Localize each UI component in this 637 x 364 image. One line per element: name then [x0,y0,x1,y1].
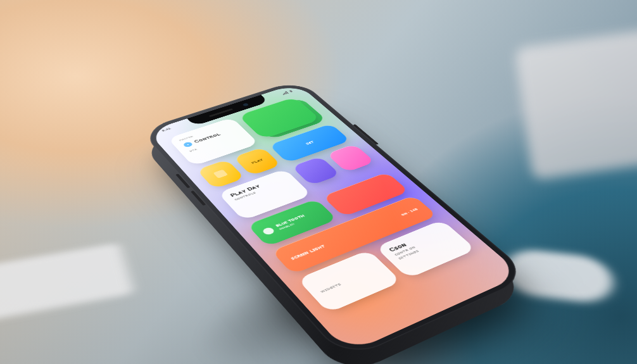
yellow-tile-2[interactable]: ᴘʟᴀʏ [233,147,281,175]
bluetooth-tile[interactable]: ʙʟᴜᴇ ᴛᴏᴏᴛʜ ᴇɴᴀʙʟᴇᴅ [247,198,337,246]
speaker-grille [208,108,233,117]
widget-text: ᴡɪᴅɢᴇᴛꜱ [319,282,343,294]
tile-label: ꜱᴄʀᴇᴇɴ ʟɪɢʜᴛ [289,244,325,260]
widget-line: ꜱᴇᴛᴛɪɴɢꜱ [397,235,453,260]
widget-line: ᴄᴏɴᴛʀ ᴏɴ [393,231,449,256]
widgets-label-card[interactable]: ᴡɪᴅɢᴇᴛꜱ [297,249,401,313]
tile-sub: ᴇɴᴀʙʟᴇᴅ [278,217,308,230]
tile-label: ʙʟᴜᴇ ᴛᴏᴏᴛʜ [275,214,306,228]
folder-icon [213,169,228,178]
bluetooth-icon [262,226,276,235]
widget-title: Cꜱᴏɴ [388,227,445,253]
tile-label: ꜱᴇᴛ [305,140,315,145]
tile-label: ᴘʟᴀʏ [250,158,264,165]
status-time: 9:41 [161,127,174,134]
signal-icon [281,91,288,94]
settings-card-widget[interactable]: Cꜱᴏɴ ᴄᴏɴᴛʀ ᴏɴ ꜱᴇᴛᴛɪɴɢꜱ [375,220,476,279]
battery-icon: ▮ [288,89,293,92]
safari-icon [182,141,194,147]
front-camera [242,103,249,106]
screen-light-tile[interactable]: ꜱᴄʀᴇᴇɴ ʟɪɢʜᴛ ᴏɴ · 148 [271,195,437,274]
accessory-blur [514,29,637,180]
yellow-tile[interactable] [196,159,245,189]
tile-sub: ᴏɴ · 148 [400,207,419,217]
product-photo-scene: 9:41 ▮ ᴘʀᴇꜰᴇʀ Cᴏɴᴛʀᴏʟ [0,0,637,364]
